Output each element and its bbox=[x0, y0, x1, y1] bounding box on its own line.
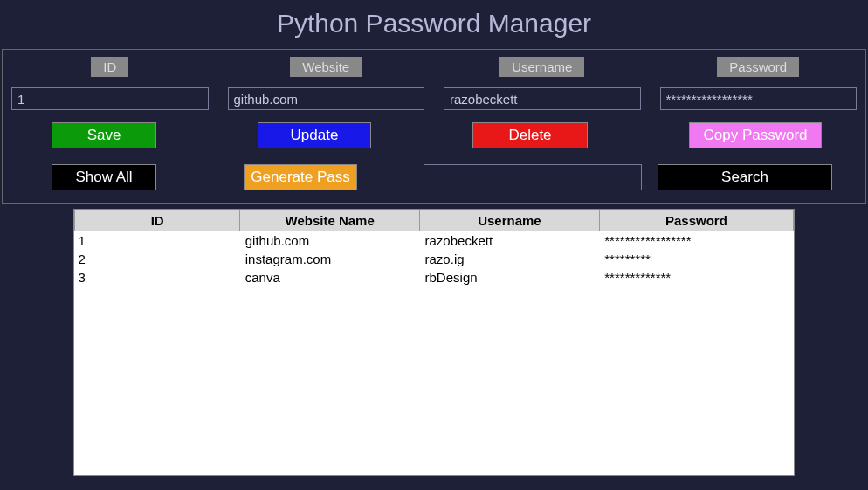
search-input[interactable] bbox=[424, 164, 642, 190]
table-cell: ************* bbox=[599, 268, 793, 286]
table-cell: github.com bbox=[240, 231, 420, 251]
id-field-group: ID bbox=[11, 57, 209, 110]
table-cell: razobeckett bbox=[420, 231, 600, 251]
table-cell: 3 bbox=[75, 268, 240, 286]
button-row-1: Save Update Delete Copy Password bbox=[11, 122, 857, 148]
header-username: Username bbox=[420, 210, 600, 231]
button-row-2: Show All Generate Pass Search bbox=[11, 164, 857, 190]
table-cell: ***************** bbox=[599, 231, 793, 251]
table-cell: 2 bbox=[75, 250, 240, 268]
save-button[interactable]: Save bbox=[52, 122, 156, 148]
data-table: ID Website Name Username Password 1githu… bbox=[74, 210, 794, 286]
username-input[interactable] bbox=[444, 87, 641, 110]
show-all-button[interactable]: Show All bbox=[52, 164, 156, 190]
header-website: Website Name bbox=[240, 210, 420, 231]
website-label: Website bbox=[290, 57, 362, 77]
input-row: ID Website Username Password bbox=[11, 57, 857, 110]
table-header-row: ID Website Name Username Password bbox=[75, 210, 794, 231]
password-input[interactable] bbox=[660, 87, 858, 110]
search-button[interactable]: Search bbox=[658, 164, 832, 190]
table-cell: instagram.com bbox=[240, 250, 420, 268]
delete-button[interactable]: Delete bbox=[472, 122, 588, 148]
id-label: ID bbox=[91, 57, 128, 77]
table-cell: razo.ig bbox=[420, 250, 600, 268]
website-input[interactable] bbox=[228, 87, 425, 110]
table-row[interactable]: 1github.comrazobeckett***************** bbox=[75, 231, 794, 251]
header-password: Password bbox=[599, 210, 793, 231]
id-input[interactable] bbox=[11, 87, 209, 110]
update-button[interactable]: Update bbox=[258, 122, 371, 148]
username-label: Username bbox=[499, 57, 584, 77]
table-row[interactable]: 3canvarbDesign************* bbox=[75, 268, 794, 286]
table-row[interactable]: 2instagram.comrazo.ig********* bbox=[75, 250, 794, 268]
table-cell: rbDesign bbox=[420, 268, 600, 286]
table-cell: canva bbox=[240, 268, 420, 286]
copy-password-button[interactable]: Copy Password bbox=[689, 122, 822, 148]
generate-pass-button[interactable]: Generate Pass bbox=[244, 164, 357, 190]
password-label: Password bbox=[717, 57, 799, 77]
data-table-area: ID Website Name Username Password 1githu… bbox=[73, 209, 795, 476]
form-panel: ID Website Username Password Save Update… bbox=[2, 49, 866, 204]
username-field-group: Username bbox=[444, 57, 641, 110]
website-field-group: Website bbox=[228, 57, 425, 110]
header-id: ID bbox=[75, 210, 240, 231]
table-cell: 1 bbox=[75, 231, 240, 251]
password-field-group: Password bbox=[660, 57, 858, 110]
app-title: Python Password Manager bbox=[0, 0, 868, 49]
table-cell: ********* bbox=[599, 250, 793, 268]
